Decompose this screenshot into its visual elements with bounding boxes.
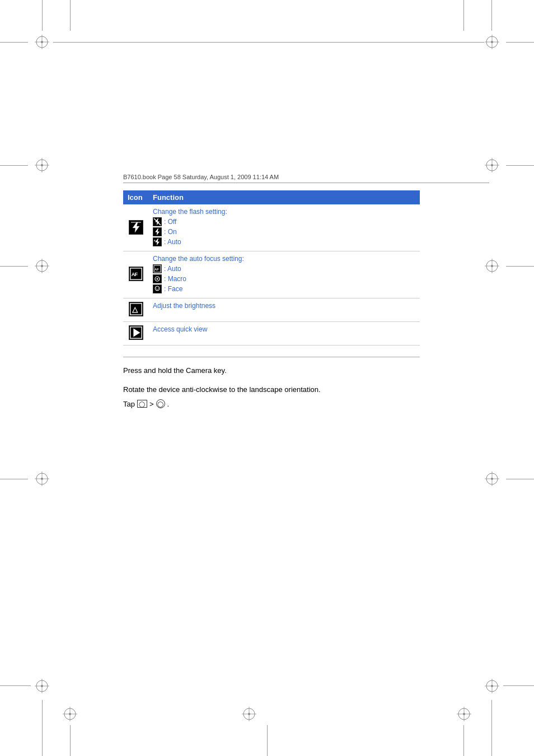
- flash-on-icon: [153, 227, 162, 236]
- svg-point-39: [491, 685, 493, 687]
- svg-point-7: [491, 41, 493, 43]
- tap-period: .: [167, 400, 170, 408]
- svg-point-71: [157, 278, 158, 280]
- body-text-1: Press and hold the Camera key.: [123, 365, 420, 376]
- reg-mark-ml-mid: [34, 258, 50, 274]
- svg-point-27: [41, 478, 43, 480]
- reg-mark-ml-top: [34, 157, 50, 174]
- reg-mark-br: [484, 678, 500, 694]
- reg-mark-bl2: [62, 706, 78, 722]
- af-face-icon: [153, 284, 162, 293]
- flash-function-cell: Change the flash setting: : Off : On: [148, 204, 420, 251]
- flash-on-item: : On: [153, 227, 415, 236]
- hline-ml-bot: [0, 479, 28, 479]
- flash-off-icon: [153, 217, 162, 226]
- tap-settings-icon: ◯: [156, 399, 165, 408]
- page-header: B7610.book Page 58 Saturday, August 1, 2…: [123, 174, 489, 183]
- brightness-label: Adjust the brightness: [153, 302, 216, 310]
- hline-ml-top: [0, 165, 28, 166]
- reg-mark-mr-mid: [484, 258, 500, 274]
- vline-tl2: [70, 0, 71, 31]
- tap-arrow: >: [149, 400, 154, 408]
- vline-br2: [463, 725, 464, 756]
- svg-point-11: [41, 164, 43, 166]
- af-icon: AF: [129, 267, 143, 281]
- flash-off-item: : Off: [153, 217, 415, 226]
- table-header-function: Function: [148, 190, 420, 204]
- quickview-function-cell: Access quick view: [148, 322, 420, 346]
- af-face-item: : Face: [153, 284, 415, 293]
- flash-auto-item: A : Auto: [153, 237, 415, 246]
- table-header-icon: Icon: [123, 190, 148, 204]
- vline-br: [491, 700, 492, 756]
- hline-bl: [0, 685, 31, 686]
- svg-text:AF: AF: [131, 272, 138, 277]
- reg-mark-bm: [241, 706, 257, 722]
- flash-title: Change the flash setting:: [153, 208, 415, 216]
- table-row-af: AF Change the auto focus setting: AF : A…: [123, 251, 420, 298]
- main-content: Icon Function Change the flash: [123, 190, 420, 408]
- svg-point-43: [69, 713, 71, 715]
- brightness-icon: △: [129, 302, 143, 316]
- hline-tr: [506, 42, 534, 43]
- flash-auto-icon: A: [153, 237, 162, 246]
- vline-bm: [267, 725, 268, 756]
- brightness-icon-cell: △: [123, 298, 148, 322]
- flash-icon: [129, 220, 143, 235]
- hline-mr-mid: [506, 266, 534, 267]
- svg-point-31: [491, 478, 493, 480]
- svg-point-3: [41, 41, 43, 43]
- quickview-label: Access quick view: [153, 325, 207, 333]
- svg-text:A: A: [154, 239, 156, 242]
- svg-point-74: [156, 288, 157, 289]
- svg-text:AF: AF: [154, 268, 159, 271]
- hline-mr-top: [506, 165, 534, 166]
- vline-tr2: [463, 0, 464, 31]
- reg-mark-tl: [34, 34, 50, 50]
- vline-tr: [491, 0, 492, 31]
- reg-mark-mr-bot: [484, 470, 500, 487]
- hline-ml-mid: [0, 266, 28, 267]
- quickview-icon: [129, 325, 143, 340]
- hline-top-main: [53, 42, 484, 43]
- svg-point-15: [491, 164, 493, 166]
- hline-mr-bot: [506, 479, 534, 479]
- svg-point-51: [248, 713, 250, 715]
- flash-icon-cell: [123, 204, 148, 251]
- tap-line: Tap ◯ > ◯ .: [123, 399, 420, 408]
- reg-mark-mr-top: [484, 157, 500, 174]
- af-function-cell: Change the auto focus setting: AF : Auto…: [148, 251, 420, 298]
- tap-label: Tap: [123, 400, 135, 408]
- table-row-quickview: Access quick view: [123, 322, 420, 346]
- vline-tl: [42, 0, 43, 31]
- table-row-brightness: △ Adjust the brightness: [123, 298, 420, 322]
- vline-bl2: [70, 725, 71, 756]
- separator-line: [123, 357, 420, 357]
- tap-menu-icon: ◯: [137, 400, 147, 408]
- svg-point-47: [463, 713, 465, 715]
- reg-mark-br2: [456, 706, 472, 722]
- af-macro-item: : Macro: [153, 274, 415, 283]
- reg-mark-tr: [484, 34, 500, 50]
- function-table: Icon Function Change the flash: [123, 190, 420, 346]
- af-title: Change the auto focus setting:: [153, 255, 415, 263]
- af-auto-icon: AF: [153, 264, 162, 273]
- hline-br: [503, 685, 534, 686]
- reg-mark-bl: [34, 678, 50, 694]
- quickview-icon-cell: [123, 322, 148, 346]
- svg-point-35: [41, 685, 43, 687]
- svg-point-23: [491, 265, 493, 267]
- vline-bl: [42, 700, 43, 756]
- af-macro-icon: [153, 274, 162, 283]
- table-row-flash: Change the flash setting: : Off : On: [123, 204, 420, 251]
- body-text-2: Rotate the device anti-clockwise to the …: [123, 384, 420, 395]
- svg-text:△: △: [131, 305, 138, 314]
- af-auto-item: AF : Auto: [153, 264, 415, 273]
- hline-tl: [0, 42, 28, 43]
- svg-point-19: [41, 265, 43, 267]
- af-icon-cell: AF: [123, 251, 148, 298]
- brightness-function-cell: Adjust the brightness: [148, 298, 420, 322]
- svg-point-75: [158, 288, 159, 289]
- reg-mark-ml-bot: [34, 470, 50, 487]
